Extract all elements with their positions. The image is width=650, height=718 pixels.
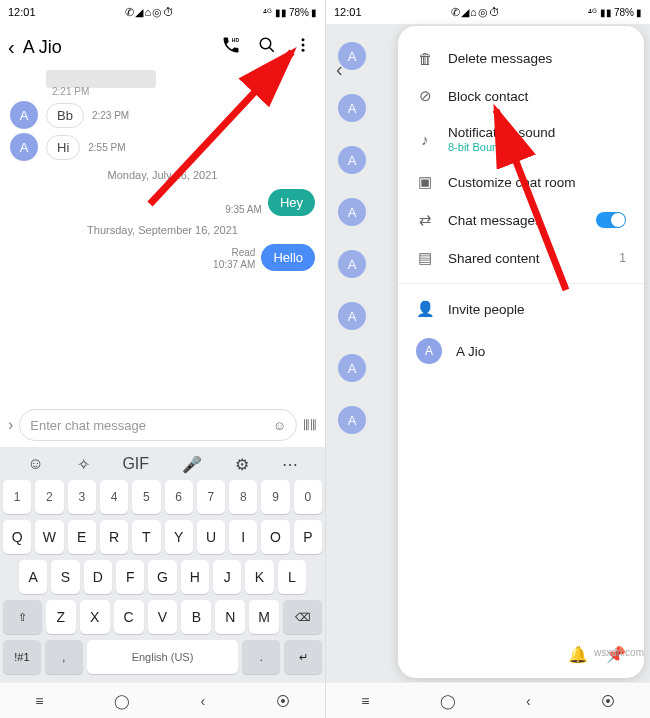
key-7[interactable]: 7 [197,480,225,514]
key-q[interactable]: Q [3,520,31,554]
key-s[interactable]: S [51,560,79,594]
bell-icon[interactable]: 🔔 [568,645,588,664]
voice-input-icon[interactable]: ⦀⦀ [303,416,317,434]
key-5[interactable]: 5 [132,480,160,514]
emoji-tab[interactable]: ☺ [27,455,43,474]
avatar: A [338,406,366,434]
message-input[interactable]: Enter chat message ☺ [19,409,297,441]
more-button[interactable] [289,36,317,59]
avatar[interactable]: A [10,101,38,129]
menu-customize-chat[interactable]: ▣ Customize chat room [398,163,644,201]
key-2[interactable]: 2 [35,480,63,514]
svg-text:HD: HD [232,36,240,42]
settings-icon[interactable]: ⚙ [235,455,249,474]
key-j[interactable]: J [213,560,241,594]
search-button[interactable] [253,36,281,59]
home-button[interactable]: ◯ [114,693,130,709]
home-button[interactable]: ◯ [440,693,456,709]
key-3[interactable]: 3 [68,480,96,514]
key-a[interactable]: A [19,560,47,594]
status-notif-icons: ✆ ◢ ⌂ ◎ ⏱ [125,6,173,19]
key-n[interactable]: N [215,600,245,634]
recents-button[interactable]: ≡ [35,693,43,709]
outgoing-bubble[interactable]: Hey [268,189,315,216]
key-l[interactable]: L [278,560,306,594]
symbols-key[interactable]: !#1 [3,640,41,674]
call-button[interactable]: HD [217,35,245,60]
key-9[interactable]: 9 [261,480,289,514]
key-⌫[interactable]: ⌫ [283,600,322,634]
sticker-tab[interactable]: ✧ [77,455,90,474]
menu-invite-people[interactable]: 👤 Invite people [398,290,644,328]
outgoing-row[interactable]: 9:35 AM Hey [10,189,315,216]
gif-tab[interactable]: GIF [122,455,149,474]
accessibility-button[interactable]: ⦿ [601,693,615,709]
keyboard-more[interactable]: ⋯ [282,455,298,474]
key-h[interactable]: H [181,560,209,594]
key-4[interactable]: 4 [100,480,128,514]
key-c[interactable]: C [114,600,144,634]
key-v[interactable]: V [148,600,178,634]
key-m[interactable]: M [249,600,279,634]
date-separator: Monday, July 26, 2021 [10,169,315,181]
key-i[interactable]: I [229,520,257,554]
key-z[interactable]: Z [46,600,76,634]
key-g[interactable]: G [148,560,176,594]
menu-delete-messages[interactable]: 🗑 Delete messages [398,40,644,77]
keyboard: ☺ ✧ GIF 🎤 ⚙ ⋯ 1234567890 QWERTYUIOP ASDF… [0,447,325,682]
sticker-icon[interactable]: ☺ [273,418,286,433]
enter-key[interactable]: ↵ [284,640,322,674]
key-6[interactable]: 6 [165,480,193,514]
key-u[interactable]: U [197,520,225,554]
menu-label: Chat messages [448,213,542,228]
menu-label: Notification sound [448,125,555,140]
messages-area[interactable]: 2:21 PM A Bb 2:23 PM A Hi 2:55 PM Monday… [0,70,325,403]
period-key[interactable]: . [242,640,280,674]
menu-notification-sound[interactable]: ♪ Notification sound 8-bit Bounce [398,115,644,163]
outgoing-row[interactable]: Read 10:37 AM Hello [10,244,315,271]
key-w[interactable]: W [35,520,63,554]
sound-icon: ♪ [416,131,434,148]
key-d[interactable]: D [84,560,112,594]
input-bar: › Enter chat message ☺ ⦀⦀ [0,403,325,447]
key-1[interactable]: 1 [3,480,31,514]
contact-entry[interactable]: A A Jio [398,328,644,374]
key-0[interactable]: 0 [294,480,322,514]
back-button[interactable]: ‹ [8,36,15,59]
incoming-bubble[interactable]: Hi [46,135,80,160]
status-signal: ⁴ᴳ ▮▮ [263,7,287,18]
key-p[interactable]: P [294,520,322,554]
key-b[interactable]: B [181,600,211,634]
message-row[interactable]: A Bb 2:23 PM [10,101,315,129]
key-t[interactable]: T [132,520,160,554]
incoming-bubble[interactable]: Bb [46,103,84,128]
key-f[interactable]: F [116,560,144,594]
back-nav-button[interactable]: ‹ [526,693,531,709]
outgoing-bubble[interactable]: Hello [261,244,315,271]
key-r[interactable]: R [100,520,128,554]
avatar[interactable]: A [10,133,38,161]
space-key[interactable]: English (US) [87,640,239,674]
key-o[interactable]: O [261,520,289,554]
message-row[interactable]: A Hi 2:55 PM [10,133,315,161]
recents-button[interactable]: ≡ [361,693,369,709]
key-e[interactable]: E [68,520,96,554]
chat-title[interactable]: A Jio [23,37,209,58]
options-panel: 🗑 Delete messages ⊘ Block contact ♪ Noti… [398,26,644,678]
expand-button[interactable]: › [8,416,13,434]
accessibility-button[interactable]: ⦿ [276,693,290,709]
menu-shared-content[interactable]: ▤ Shared content 1 [398,239,644,277]
menu-label: Delete messages [448,51,552,66]
key-k[interactable]: K [245,560,273,594]
status-battery-pct: 78% [614,7,634,18]
menu-chat-messages[interactable]: ⇄ Chat messages [398,201,644,239]
mic-button[interactable]: 🎤 [182,455,202,474]
key-y[interactable]: Y [165,520,193,554]
menu-block-contact[interactable]: ⊘ Block contact [398,77,644,115]
toggle-switch[interactable] [596,212,626,228]
back-nav-button[interactable]: ‹ [201,693,206,709]
key-⇧[interactable]: ⇧ [3,600,42,634]
key-8[interactable]: 8 [229,480,257,514]
comma-key[interactable]: , [45,640,83,674]
key-x[interactable]: X [80,600,110,634]
